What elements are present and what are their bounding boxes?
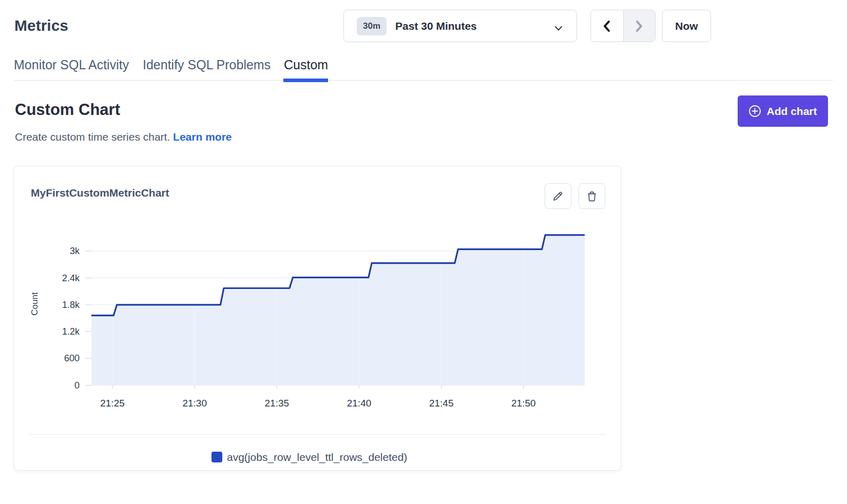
- time-range-badge: 30m: [357, 17, 387, 35]
- section-title: Custom Chart: [15, 101, 120, 119]
- next-time-button[interactable]: [623, 10, 656, 42]
- svg-text:1.2k: 1.2k: [62, 326, 80, 337]
- svg-text:21:30: 21:30: [182, 398, 207, 409]
- delete-chart-button[interactable]: [579, 183, 605, 209]
- chart-card-title: MyFirstCustomMetricChart: [31, 187, 169, 199]
- trash-icon: [586, 190, 598, 202]
- prev-time-button[interactable]: [591, 10, 623, 42]
- plus-circle-icon: [748, 105, 761, 118]
- svg-text:2.4k: 2.4k: [62, 273, 80, 283]
- svg-text:3k: 3k: [70, 246, 80, 256]
- tabs-divider: [14, 80, 833, 81]
- svg-text:21:40: 21:40: [347, 398, 372, 409]
- svg-text:Count: Count: [30, 292, 40, 316]
- tab-identify-sql-problems[interactable]: Identify SQL Problems: [143, 57, 271, 72]
- svg-text:21:25: 21:25: [100, 398, 125, 409]
- svg-text:21:50: 21:50: [511, 398, 536, 409]
- page-title: Metrics: [14, 17, 68, 34]
- pencil-icon: [552, 190, 564, 202]
- tab-monitor-sql-activity[interactable]: Monitor SQL Activity: [14, 57, 129, 72]
- legend-label: avg(jobs_row_level_ttl_rows_deleted): [227, 451, 407, 463]
- now-button[interactable]: Now: [662, 10, 711, 42]
- svg-text:600: 600: [64, 353, 80, 363]
- edit-chart-button[interactable]: [545, 183, 571, 209]
- svg-text:21:35: 21:35: [265, 398, 290, 409]
- chevron-left-icon: [602, 20, 612, 33]
- time-range-selector[interactable]: 30m Past 30 Minutes: [343, 10, 577, 42]
- tab-custom[interactable]: Custom: [284, 57, 328, 72]
- chevron-down-icon: [554, 24, 563, 33]
- time-nav-arrows: [590, 10, 656, 42]
- learn-more-link[interactable]: Learn more: [173, 131, 232, 143]
- svg-text:0: 0: [74, 380, 80, 391]
- svg-text:21:45: 21:45: [429, 398, 454, 409]
- legend-divider: [29, 434, 606, 435]
- metrics-page: Metrics 30m Past 30 Minutes Now Monitor …: [0, 0, 847, 504]
- add-chart-button[interactable]: Add chart: [738, 95, 828, 127]
- section-description: Create custom time series chart. Learn m…: [15, 131, 232, 143]
- chevron-right-icon: [634, 20, 644, 33]
- legend-swatch: [211, 452, 222, 462]
- time-range-label: Past 30 Minutes: [395, 20, 477, 32]
- custom-metric-chart: 06001.2k1.8k2.4k3k21:2521:3021:3521:4021…: [21, 213, 593, 413]
- active-tab-underline: [283, 79, 328, 82]
- svg-text:1.8k: 1.8k: [62, 300, 80, 310]
